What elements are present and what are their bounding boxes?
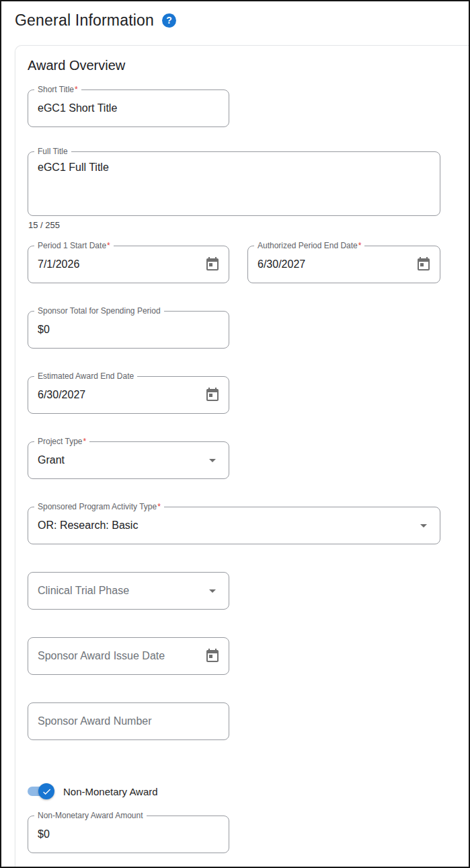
required-asterisk: * xyxy=(157,502,161,511)
clinical-trial-phase-select[interactable]: Clinical Trial Phase xyxy=(28,572,229,610)
required-asterisk: * xyxy=(83,437,86,446)
non-monetary-award-toggle-label: Non-Monetary Award xyxy=(63,786,158,797)
calendar-icon[interactable] xyxy=(204,648,221,664)
arrow-drop-down-icon[interactable] xyxy=(416,517,432,534)
estimated-award-end-date-value: 6/30/2027 xyxy=(38,389,204,401)
non-monetary-award-toggle-row: Non-Monetary Award xyxy=(28,783,470,800)
authorized-period-end-date-input[interactable]: Authorized Period End Date* 6/30/2027 xyxy=(247,246,440,283)
character-counter: 15 / 255 xyxy=(28,220,470,230)
non-monetary-award-amount-value: $0 xyxy=(38,828,221,840)
estimated-award-end-date-input[interactable]: Estimated Award End Date 6/30/2027 xyxy=(28,376,229,414)
sponsor-total-label: Sponsor Total for Spending Period xyxy=(34,305,164,316)
short-title-value: eGC1 Short Title xyxy=(38,102,221,114)
award-overview-card: Award Overview Short Title* eGC1 Short T… xyxy=(15,45,470,868)
arrow-drop-down-icon[interactable] xyxy=(204,583,221,599)
project-type-value: Grant xyxy=(38,454,204,466)
sponsor-award-number-placeholder: Sponsor Award Number xyxy=(38,715,221,727)
full-title-textarea[interactable]: Full Title eGC1 Full Title xyxy=(28,151,440,216)
required-asterisk: * xyxy=(107,241,110,250)
period-1-start-date-value: 7/1/2026 xyxy=(38,258,204,270)
non-monetary-award-amount-input[interactable]: Non-Monetary Award Amount $0 xyxy=(28,816,229,853)
sponsored-program-activity-type-select[interactable]: Sponsored Program Activity Type* OR: Res… xyxy=(28,507,440,544)
project-type-select[interactable]: Project Type* Grant xyxy=(28,441,229,479)
sponsor-award-issue-date-input[interactable]: Sponsor Award Issue Date xyxy=(28,637,229,675)
page-title: General Information xyxy=(15,11,154,30)
period-1-start-date-input[interactable]: Period 1 Start Date* 7/1/2026 xyxy=(28,246,229,283)
section-title: Award Overview xyxy=(28,58,470,73)
calendar-icon[interactable] xyxy=(204,387,221,403)
non-monetary-award-toggle[interactable] xyxy=(28,783,54,799)
calendar-icon[interactable] xyxy=(416,256,432,273)
arrow-drop-down-icon[interactable] xyxy=(204,452,221,468)
required-asterisk: * xyxy=(75,85,78,94)
sponsor-award-issue-date-placeholder: Sponsor Award Issue Date xyxy=(38,650,204,662)
clinical-trial-phase-placeholder: Clinical Trial Phase xyxy=(38,585,204,597)
full-title-label: Full Title xyxy=(34,146,71,157)
short-title-label: Short Title* xyxy=(34,84,81,95)
date-row: Period 1 Start Date* 7/1/2026 Authorized… xyxy=(28,246,470,283)
toggle-thumb xyxy=(38,783,54,799)
sponsor-total-input[interactable]: Sponsor Total for Spending Period $0 xyxy=(28,311,229,349)
short-title-input[interactable]: Short Title* eGC1 Short Title xyxy=(28,89,229,127)
check-icon xyxy=(42,787,52,797)
general-information-page: General Information ? Award Overview Sho… xyxy=(0,0,470,868)
non-monetary-award-amount-label: Non-Monetary Award Amount xyxy=(34,810,147,821)
sponsor-total-value: $0 xyxy=(38,324,221,336)
sponsor-award-number-input[interactable]: Sponsor Award Number xyxy=(28,702,229,740)
sponsored-program-activity-type-label: Sponsored Program Activity Type* xyxy=(34,501,164,512)
project-type-label: Project Type* xyxy=(34,436,89,447)
period-1-start-date-label: Period 1 Start Date* xyxy=(34,240,114,251)
calendar-icon[interactable] xyxy=(204,256,221,273)
page-header: General Information ? xyxy=(1,1,469,30)
sponsored-program-activity-type-value: OR: Research: Basic xyxy=(38,519,416,532)
authorized-period-end-date-value: 6/30/2027 xyxy=(258,258,416,270)
full-title-value: eGC1 Full Title xyxy=(38,161,432,174)
authorized-period-end-date-label: Authorized Period End Date* xyxy=(254,240,364,251)
help-icon[interactable]: ? xyxy=(162,13,176,28)
required-asterisk: * xyxy=(358,241,362,250)
estimated-award-end-date-label: Estimated Award End Date xyxy=(34,371,137,382)
